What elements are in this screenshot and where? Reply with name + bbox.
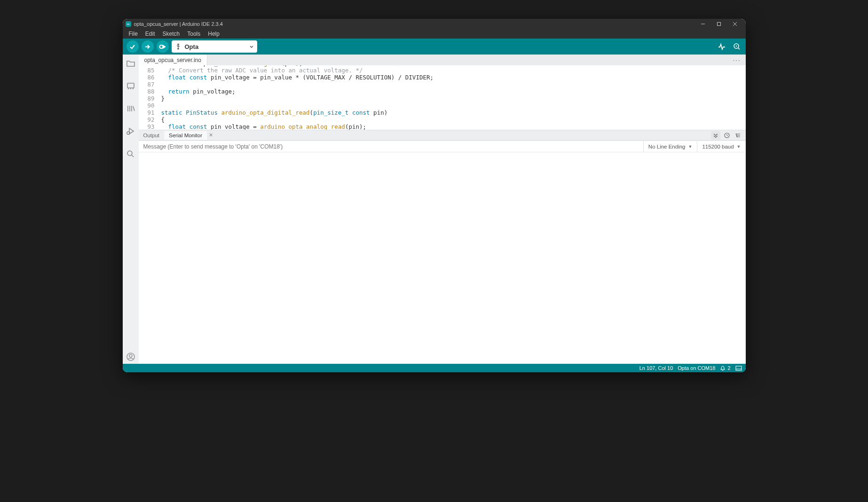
line-ending-label: No Line Ending [648,144,686,149]
sidebar-account[interactable] [123,350,139,364]
menu-sketch[interactable]: Sketch [159,30,183,38]
sidebar-search[interactable] [123,147,139,161]
svg-point-4 [735,46,737,47]
sidebar-sketchbook[interactable] [123,56,139,71]
chevron-down-icon [250,43,253,50]
svg-point-9 [129,354,132,357]
svg-rect-11 [736,366,742,370]
bell-icon [720,365,726,371]
baud-rate-label: 115200 baud [702,144,734,149]
editor-tab-overflow[interactable]: ··· [728,55,746,65]
status-panel-toggle[interactable] [735,366,742,371]
serial-message-input[interactable] [139,141,643,152]
code-line: 93 float const pin_voltage = arduino_opt… [139,123,746,130]
line-ending-selector[interactable]: No Line Ending ▼ [643,141,697,152]
code-text: { [161,116,165,123]
panel-scroll-button[interactable] [711,131,720,140]
svg-point-7 [127,151,132,156]
code-line: 85 /* Convert the raw ADC value into an … [139,67,746,74]
verify-button[interactable] [126,40,139,53]
status-port[interactable]: Opta on COM18 [678,365,715,371]
serial-output[interactable] [139,152,746,364]
maximize-button[interactable] [711,19,727,29]
maximize-icon [717,22,721,26]
search-icon [126,149,135,158]
board-selector[interactable]: Opta [172,40,257,53]
menu-file[interactable]: File [126,30,141,38]
line-number: 88 [139,88,161,95]
code-line: 87 [139,81,746,88]
editor-tab[interactable]: opta_opcua_server.ino [139,55,207,65]
line-number: 86 [139,74,161,81]
app-window: ∞ opta_opcua_server | Arduino IDE 2.3.4 … [123,19,746,372]
line-number: 87 [139,81,161,88]
code-text: return pin_voltage; [161,88,236,95]
arrow-right-icon [144,43,151,50]
baud-rate-selector[interactable]: 115200 baud ▼ [697,141,745,152]
code-line: 89} [139,95,746,102]
usb-icon [175,43,181,51]
code-line: 86 float const pin_voltage = pin_value *… [139,74,746,81]
clear-icon [735,133,741,138]
debug-play-icon [159,43,166,50]
line-number: 85 [139,67,161,74]
statusbar: Ln 107, Col 10 Opta on COM18 2 [123,364,746,372]
double-chevron-down-icon [713,133,718,138]
close-button[interactable] [727,19,743,29]
menu-help[interactable]: Help [205,30,223,38]
svg-rect-5 [127,83,134,88]
code-line: 90 [139,102,746,109]
magnifier-icon [733,42,741,51]
panel-timestamp-button[interactable] [722,131,732,140]
check-icon [129,43,136,50]
serial-monitor-button[interactable] [732,41,742,52]
code-text: } [161,95,165,102]
code-line: 91static PinStatus arduino_opta_digital_… [139,109,746,116]
serial-plotter-button[interactable] [717,41,727,52]
code-text: static PinStatus arduino_opta_digital_re… [161,109,388,116]
sidebar [123,55,139,364]
status-notifications[interactable]: 2 [720,365,730,371]
menu-tools[interactable]: Tools [184,30,204,38]
panel-tab-serial-monitor[interactable]: Serial Monitor [164,131,207,140]
line-number: 93 [139,123,161,130]
debug-button[interactable] [157,40,169,53]
line-number: 91 [139,109,161,116]
sidebar-boards-manager[interactable] [123,79,139,93]
chevron-down-icon: ▼ [737,144,741,149]
main-area: opta_opcua_server.ino ··· 84 int const p… [139,55,746,364]
panel-tab-close[interactable]: ✕ [207,132,215,138]
editor-tabrow: opta_opcua_server.ino ··· [139,55,746,65]
code-text: float const pin_voltage = pin_value * (V… [161,74,434,81]
panel-tab-output[interactable]: Output [139,131,165,140]
minimize-button[interactable] [695,19,711,29]
code-text: /* Convert the raw ADC value into an act… [161,67,363,74]
code-text: float const pin_voltage = arduino_opta_a… [161,123,367,130]
serial-input-row: No Line Ending ▼ 115200 baud ▼ [139,141,746,152]
debug-icon [126,127,135,135]
upload-button[interactable] [142,40,154,53]
toolbar: Opta [123,39,746,55]
line-number: 89 [139,95,161,102]
code-editor[interactable]: 84 int const pin_value = analogRead(pin)… [139,65,746,130]
sidebar-debug[interactable] [123,124,139,138]
board-icon [126,82,135,90]
status-cursor[interactable]: Ln 107, Col 10 [639,365,673,371]
panel-tabrow: Output Serial Monitor ✕ [139,130,746,141]
pulse-icon [718,42,726,51]
folder-icon [126,59,135,68]
panel-clear-button[interactable] [734,131,743,140]
code-line: 92{ [139,116,746,123]
sidebar-library-manager[interactable] [123,102,139,116]
svg-point-1 [160,45,163,48]
titlebar: ∞ opta_opcua_server | Arduino IDE 2.3.4 [123,19,746,29]
editor-tab-label: opta_opcua_server.ino [144,57,201,63]
panel-tab-serial-label: Serial Monitor [169,133,202,138]
app-logo-icon: ∞ [126,21,131,27]
user-icon [126,352,135,361]
menu-edit[interactable]: Edit [142,30,158,38]
notif-count: 2 [727,365,730,371]
window-title: opta_opcua_server | Arduino IDE 2.3.4 [134,21,223,27]
clock-icon [724,133,730,138]
chevron-down-icon: ▼ [688,144,693,149]
